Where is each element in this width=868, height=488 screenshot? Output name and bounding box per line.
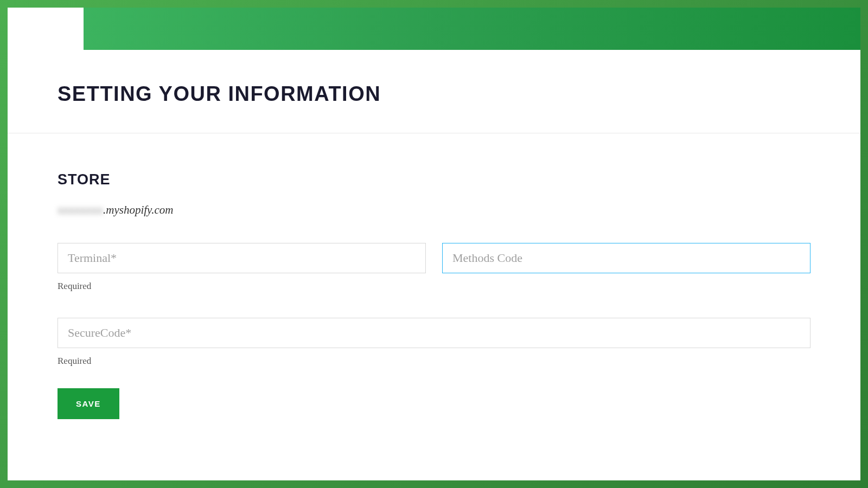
app-container: SETTING YOUR INFORMATION STORE xxxxxxxx.…: [8, 8, 860, 480]
methods-code-field-wrapper: [442, 243, 810, 292]
form-row-1: Required: [58, 243, 810, 292]
content-area: SETTING YOUR INFORMATION STORE xxxxxxxx.…: [8, 50, 860, 441]
store-domain: xxxxxxxx.myshopify.com: [58, 203, 810, 217]
header-bar: [8, 8, 860, 50]
store-domain-suffix: .myshopify.com: [103, 203, 173, 216]
terminal-field-wrapper: Required: [58, 243, 426, 292]
terminal-helper: Required: [58, 281, 426, 292]
secure-code-field-wrapper: Required: [58, 318, 810, 367]
secure-code-helper: Required: [58, 356, 810, 367]
store-domain-obscured: xxxxxxxx: [58, 203, 103, 216]
page-title-section: SETTING YOUR INFORMATION: [8, 50, 860, 133]
form-section: STORE xxxxxxxx.myshopify.com Required Re…: [8, 133, 860, 419]
store-heading: STORE: [58, 171, 810, 188]
terminal-input[interactable]: [58, 243, 426, 273]
methods-code-input[interactable]: [442, 243, 810, 273]
page-title: SETTING YOUR INFORMATION: [58, 82, 810, 106]
form-row-2: Required: [58, 318, 810, 367]
logo-box: [8, 8, 84, 50]
secure-code-input[interactable]: [58, 318, 810, 348]
save-button[interactable]: SAVE: [58, 388, 119, 419]
